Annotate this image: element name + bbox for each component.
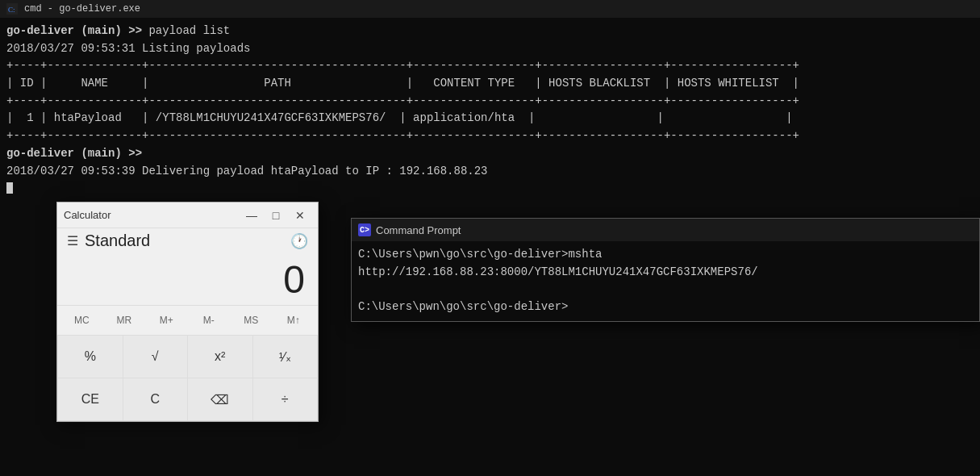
victim-cmd-titlebar: C> Command Prompt	[352, 219, 979, 241]
calculator-header: ☰ Standard 🕐	[57, 228, 318, 250]
memory-add-button[interactable]: M+	[145, 307, 188, 333]
cmd-line-9: 2018/03/27 09:53:39 Delivering payload h…	[6, 163, 974, 181]
calculator-minimize-button[interactable]: —	[240, 207, 263, 224]
cmd-line-8: go-deliver (main) >>	[6, 145, 974, 163]
victim-cmd-icon: C>	[358, 223, 371, 236]
cmd-line-2: 2018/03/27 09:53:31 Listing payloads	[6, 40, 974, 58]
calculator-maximize-button[interactable]: □	[265, 207, 287, 224]
calc-reciprocal-button[interactable]: ¹⁄ₓ	[253, 336, 318, 378]
memory-recall-button[interactable]: MR	[103, 307, 146, 333]
calculator-mode: Standard	[85, 232, 284, 250]
cmd-line-1: go-deliver (main) >> payload list	[6, 23, 974, 40]
cmd-line-5: +----+--------------+-------------------…	[6, 93, 974, 111]
victim-cmd-window: C> Command Prompt C:\Users\pwn\go\src\go…	[351, 218, 980, 322]
calc-sqrt-button[interactable]: √	[123, 336, 188, 378]
hamburger-icon[interactable]: ☰	[67, 233, 78, 248]
calculator-titlebar: Calculator — □ ✕	[57, 203, 318, 228]
victim-cmd-line-2	[358, 281, 973, 299]
cursor	[6, 182, 13, 194]
memory-clear-button[interactable]: MC	[60, 307, 103, 333]
memory-subtract-button[interactable]: M-	[188, 307, 231, 333]
calculator-buttons: % √ x² ¹⁄ₓ CE C ⌫ ÷	[57, 335, 318, 421]
history-icon[interactable]: 🕐	[290, 232, 308, 250]
calc-divide-button[interactable]: ÷	[253, 378, 318, 420]
titlebar-text: cmd - go-deliver.exe	[24, 3, 140, 15]
cmd-line-6: | 1 | htaPayload | /YT88LM1CHUYU241X47GC…	[6, 110, 974, 127]
calculator-title: Calculator	[64, 209, 111, 221]
calculator-memory-row: MC MR M+ M- MS M↑	[57, 305, 318, 335]
calculator-close-button[interactable]: ✕	[289, 207, 311, 224]
calculator-display-value: 0	[283, 257, 305, 302]
cmd-line-4: | ID | NAME | PATH | CONTENT TYPE | HOST…	[6, 75, 974, 93]
calc-c-button[interactable]: C	[123, 378, 188, 420]
svg-text:C:: C:	[8, 6, 15, 14]
calc-ce-button[interactable]: CE	[58, 378, 123, 420]
memory-store-button[interactable]: MS	[230, 307, 273, 333]
cmd-line-7: +----+--------------+-------------------…	[6, 127, 974, 145]
calculator-display: 0	[57, 250, 318, 305]
calc-percent-button[interactable]: %	[58, 336, 123, 378]
victim-cmd-body: C:\Users\pwn\go\src\go-deliver>mshta htt…	[352, 241, 979, 321]
calculator-controls: — □ ✕	[240, 207, 311, 224]
cmd-line-3: +----+--------------+-------------------…	[6, 57, 974, 75]
cmd-cursor-line	[6, 180, 974, 198]
calculator-window: Calculator — □ ✕ ☰ Standard 🕐 0 MC MR M+…	[56, 202, 319, 422]
calc-backspace-button[interactable]: ⌫	[188, 378, 252, 420]
titlebar: C: cmd - go-deliver.exe	[0, 0, 980, 18]
calc-square-button[interactable]: x²	[188, 336, 252, 378]
victim-cmd-title: Command Prompt	[376, 224, 461, 236]
titlebar-icon: C:	[6, 3, 18, 15]
victim-cmd-line-1: C:\Users\pwn\go\src\go-deliver>mshta htt…	[358, 246, 973, 281]
victim-cmd-line-3: C:\Users\pwn\go\src\go-deliver>	[358, 299, 973, 316]
memory-up-button[interactable]: M↑	[273, 307, 315, 333]
